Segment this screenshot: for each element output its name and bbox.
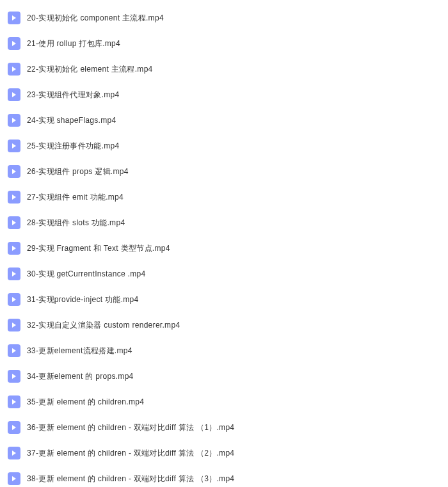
video-file-icon [8, 293, 20, 306]
list-item[interactable]: 25-实现注册事件功能.mp4 [3, 133, 445, 159]
video-file-icon [8, 267, 20, 280]
video-file-icon [8, 114, 20, 127]
file-name-label: 35-更新 element 的 children.mp4 [27, 397, 144, 408]
file-name-label: 22-实现初始化 element 主流程.mp4 [27, 64, 153, 75]
file-list: 20-实现初始化 component 主流程.mp4 21-使用 rollup … [3, 5, 445, 487]
list-item[interactable]: 38-更新 element 的 children - 双端对比diff 算法 （… [3, 466, 445, 487]
file-name-label: 38-更新 element 的 children - 双端对比diff 算法 （… [27, 474, 234, 484]
list-item[interactable]: 37-更新 element 的 children - 双端对比diff 算法 （… [3, 440, 445, 466]
file-name-label: 36-更新 element 的 children - 双端对比diff 算法 （… [27, 422, 234, 433]
list-item[interactable]: 27-实现组件 emit 功能.mp4 [3, 184, 445, 210]
video-file-icon [8, 216, 20, 229]
file-name-label: 30-实现 getCurrentInstance .mp4 [27, 269, 145, 280]
video-file-icon [8, 242, 20, 255]
list-item[interactable]: 22-实现初始化 element 主流程.mp4 [3, 56, 445, 82]
list-item[interactable]: 34-更新element 的 props.mp4 [3, 363, 445, 389]
file-name-label: 23-实现组件代理对象.mp4 [27, 90, 120, 100]
video-file-icon [8, 165, 20, 178]
video-file-icon [8, 472, 20, 485]
list-item[interactable]: 29-实现 Fragment 和 Text 类型节点.mp4 [3, 236, 445, 261]
video-file-icon [8, 447, 20, 459]
file-name-label: 37-更新 element 的 children - 双端对比diff 算法 （… [27, 448, 234, 459]
list-item[interactable]: 30-实现 getCurrentInstance .mp4 [3, 261, 445, 287]
file-name-label: 31-实现provide-inject 功能.mp4 [27, 294, 139, 305]
file-name-label: 25-实现注册事件功能.mp4 [27, 141, 120, 152]
video-file-icon [8, 344, 20, 357]
list-item[interactable]: 26-实现组件 props 逻辑.mp4 [3, 159, 445, 184]
video-file-icon [8, 421, 20, 434]
file-name-label: 20-实现初始化 component 主流程.mp4 [27, 13, 164, 24]
file-name-label: 21-使用 rollup 打包库.mp4 [27, 38, 120, 49]
list-item[interactable]: 33-更新element流程搭建.mp4 [3, 338, 445, 363]
file-name-label: 28-实现组件 slots 功能.mp4 [27, 218, 125, 228]
list-item[interactable]: 31-实现provide-inject 功能.mp4 [3, 287, 445, 312]
video-file-icon [8, 140, 20, 152]
file-name-label: 24-实现 shapeFlags.mp4 [27, 115, 116, 126]
list-item[interactable]: 35-更新 element 的 children.mp4 [3, 389, 445, 415]
list-item[interactable]: 32-实现自定义渲染器 custom renderer.mp4 [3, 312, 445, 338]
list-item[interactable]: 36-更新 element 的 children - 双端对比diff 算法 （… [3, 415, 445, 440]
video-file-icon [8, 370, 20, 383]
video-file-icon [8, 37, 20, 50]
list-item[interactable]: 24-实现 shapeFlags.mp4 [3, 108, 445, 133]
list-item[interactable]: 28-实现组件 slots 功能.mp4 [3, 210, 445, 236]
file-name-label: 34-更新element 的 props.mp4 [27, 371, 134, 382]
video-file-icon [8, 88, 20, 101]
file-name-label: 26-实现组件 props 逻辑.mp4 [27, 166, 129, 177]
video-file-icon [8, 191, 20, 204]
list-item[interactable]: 21-使用 rollup 打包库.mp4 [3, 31, 445, 56]
file-name-label: 27-实现组件 emit 功能.mp4 [27, 192, 124, 203]
file-name-label: 32-实现自定义渲染器 custom renderer.mp4 [27, 320, 180, 331]
list-item[interactable]: 20-实现初始化 component 主流程.mp4 [3, 5, 445, 31]
list-item[interactable]: 23-实现组件代理对象.mp4 [3, 82, 445, 108]
file-name-label: 29-实现 Fragment 和 Text 类型节点.mp4 [27, 243, 170, 254]
video-file-icon [8, 12, 20, 24]
file-name-label: 33-更新element流程搭建.mp4 [27, 346, 132, 356]
video-file-icon [8, 63, 20, 76]
video-file-icon [8, 395, 20, 408]
video-file-icon [8, 319, 20, 331]
